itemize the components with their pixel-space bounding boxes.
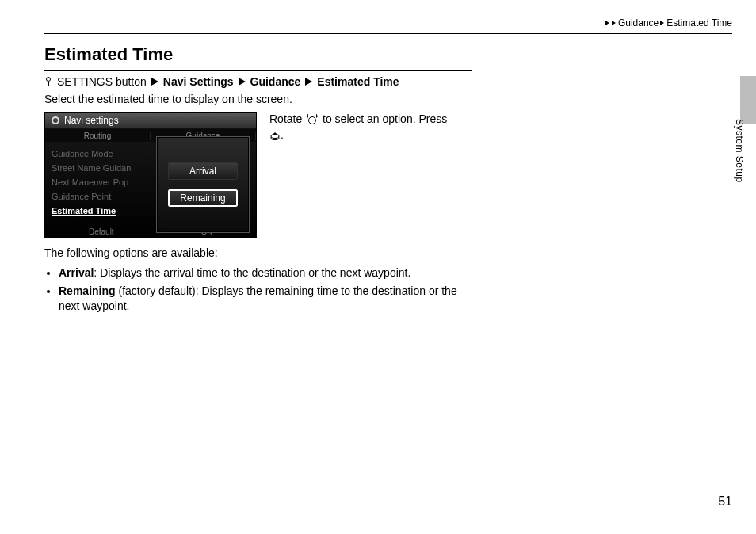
horizontal-rule (44, 33, 732, 34)
option-label: Arrival (59, 266, 94, 279)
triangle-icon (151, 78, 158, 86)
page-number: 51 (718, 494, 732, 509)
option-arrival: Arrival: Displays the arrival time to th… (59, 265, 472, 280)
section-tab (740, 76, 756, 124)
popup-option-selected: Remaining (168, 189, 238, 207)
nav-path-prefix: SETTINGS button (57, 75, 147, 88)
breadcrumb-item: Estimated Time (666, 17, 732, 29)
options-list: Arrival: Displays the arrival time to th… (44, 265, 472, 314)
nav-path-step: Estimated Time (317, 75, 399, 88)
title-rule (44, 70, 472, 71)
breadcrumb: Guidance Estimated Time (605, 17, 732, 29)
nav-path: SETTINGS button Navi Settings Guidance E… (44, 75, 472, 88)
option-text: (factory default): Displays the remainin… (59, 284, 457, 312)
popup-option: Arrival (168, 162, 238, 180)
svg-point-0 (309, 117, 316, 124)
screenshot-popup: Arrival Remaining (156, 136, 250, 233)
ui-screenshot: Navi settings Routing Guidance Guidance … (44, 112, 257, 238)
rotary-dial-icon (305, 114, 319, 125)
option-label: Remaining (59, 284, 116, 297)
footer-default: Default (89, 227, 114, 236)
triangle-icon (612, 21, 616, 25)
nav-path-step: Navi Settings (163, 75, 234, 88)
instruction-part: Rotate (269, 113, 305, 125)
gear-icon (52, 116, 59, 124)
option-remaining: Remaining (factory default): Displays th… (59, 284, 472, 314)
triangle-icon (239, 78, 246, 86)
screenshot-tab: Routing (45, 132, 151, 140)
instruction-part: . (281, 128, 284, 141)
triangle-icon (660, 21, 664, 25)
lead-text: Select the estimated time to display on … (44, 93, 472, 105)
breadcrumb-item: Guidance (618, 17, 659, 29)
options-intro: The following options are available: (44, 246, 472, 259)
press-dial-icon (269, 130, 281, 141)
screenshot-header: Navi settings (45, 113, 256, 129)
page-title: Estimated Time (44, 44, 472, 65)
nav-path-step: Guidance (250, 75, 301, 88)
instruction-part: to select an option. Press (319, 113, 447, 125)
option-text: : Displays the arrival time to the desti… (94, 266, 410, 279)
instruction-text: Rotate to select an option. Press . (269, 112, 452, 143)
section-label: System Setup (734, 119, 745, 183)
screenshot-header-label: Navi settings (64, 115, 119, 126)
triangle-icon (305, 78, 312, 86)
triangle-icon (605, 21, 609, 25)
settings-button-icon (44, 77, 52, 86)
